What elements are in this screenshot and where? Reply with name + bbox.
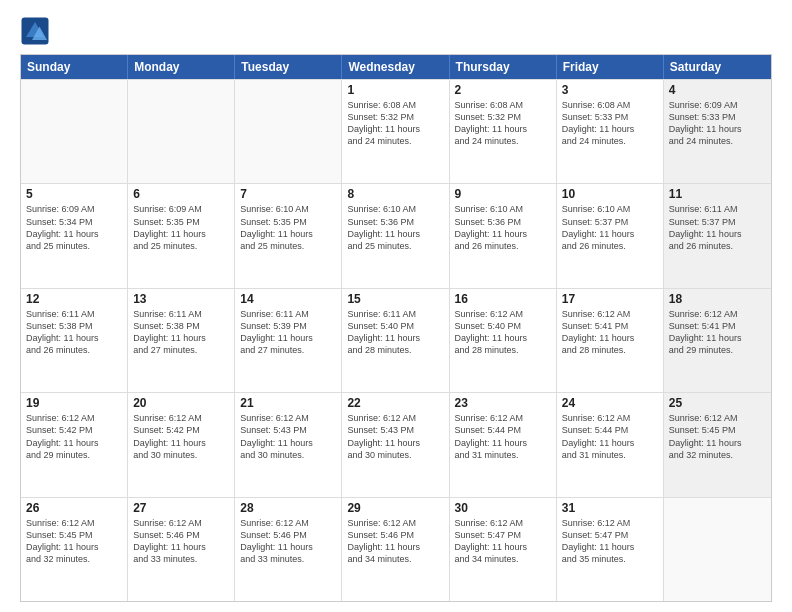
day-info: Sunrise: 6:08 AM Sunset: 5:32 PM Dayligh… [455, 99, 551, 148]
day-info: Sunrise: 6:12 AM Sunset: 5:40 PM Dayligh… [455, 308, 551, 357]
day-number: 16 [455, 292, 551, 306]
day-cell-30: 30Sunrise: 6:12 AM Sunset: 5:47 PM Dayli… [450, 498, 557, 601]
day-cell-21: 21Sunrise: 6:12 AM Sunset: 5:43 PM Dayli… [235, 393, 342, 496]
day-info: Sunrise: 6:12 AM Sunset: 5:45 PM Dayligh… [26, 517, 122, 566]
day-cell-31: 31Sunrise: 6:12 AM Sunset: 5:47 PM Dayli… [557, 498, 664, 601]
day-info: Sunrise: 6:12 AM Sunset: 5:42 PM Dayligh… [133, 412, 229, 461]
day-number: 14 [240, 292, 336, 306]
day-number: 2 [455, 83, 551, 97]
day-info: Sunrise: 6:12 AM Sunset: 5:46 PM Dayligh… [347, 517, 443, 566]
day-number: 23 [455, 396, 551, 410]
day-cell-4: 4Sunrise: 6:09 AM Sunset: 5:33 PM Daylig… [664, 80, 771, 183]
day-info: Sunrise: 6:12 AM Sunset: 5:44 PM Dayligh… [455, 412, 551, 461]
day-number: 21 [240, 396, 336, 410]
day-number: 24 [562, 396, 658, 410]
header-cell-thursday: Thursday [450, 55, 557, 79]
day-number: 4 [669, 83, 766, 97]
day-number: 13 [133, 292, 229, 306]
header-cell-saturday: Saturday [664, 55, 771, 79]
day-info: Sunrise: 6:11 AM Sunset: 5:39 PM Dayligh… [240, 308, 336, 357]
logo-icon [20, 16, 50, 46]
day-cell-27: 27Sunrise: 6:12 AM Sunset: 5:46 PM Dayli… [128, 498, 235, 601]
day-cell-6: 6Sunrise: 6:09 AM Sunset: 5:35 PM Daylig… [128, 184, 235, 287]
header-cell-monday: Monday [128, 55, 235, 79]
calendar-row-4: 26Sunrise: 6:12 AM Sunset: 5:45 PM Dayli… [21, 497, 771, 601]
day-info: Sunrise: 6:08 AM Sunset: 5:33 PM Dayligh… [562, 99, 658, 148]
day-cell-12: 12Sunrise: 6:11 AM Sunset: 5:38 PM Dayli… [21, 289, 128, 392]
day-info: Sunrise: 6:10 AM Sunset: 5:35 PM Dayligh… [240, 203, 336, 252]
empty-cell-0-2 [235, 80, 342, 183]
day-cell-24: 24Sunrise: 6:12 AM Sunset: 5:44 PM Dayli… [557, 393, 664, 496]
day-number: 1 [347, 83, 443, 97]
day-number: 20 [133, 396, 229, 410]
day-number: 30 [455, 501, 551, 515]
day-number: 10 [562, 187, 658, 201]
day-number: 29 [347, 501, 443, 515]
day-number: 12 [26, 292, 122, 306]
day-info: Sunrise: 6:10 AM Sunset: 5:36 PM Dayligh… [455, 203, 551, 252]
day-number: 9 [455, 187, 551, 201]
day-cell-28: 28Sunrise: 6:12 AM Sunset: 5:46 PM Dayli… [235, 498, 342, 601]
calendar: SundayMondayTuesdayWednesdayThursdayFrid… [20, 54, 772, 602]
day-cell-15: 15Sunrise: 6:11 AM Sunset: 5:40 PM Dayli… [342, 289, 449, 392]
calendar-row-3: 19Sunrise: 6:12 AM Sunset: 5:42 PM Dayli… [21, 392, 771, 496]
header-cell-friday: Friday [557, 55, 664, 79]
day-cell-20: 20Sunrise: 6:12 AM Sunset: 5:42 PM Dayli… [128, 393, 235, 496]
day-number: 31 [562, 501, 658, 515]
day-number: 7 [240, 187, 336, 201]
day-number: 25 [669, 396, 766, 410]
header-cell-sunday: Sunday [21, 55, 128, 79]
day-cell-25: 25Sunrise: 6:12 AM Sunset: 5:45 PM Dayli… [664, 393, 771, 496]
day-cell-19: 19Sunrise: 6:12 AM Sunset: 5:42 PM Dayli… [21, 393, 128, 496]
day-number: 27 [133, 501, 229, 515]
day-cell-13: 13Sunrise: 6:11 AM Sunset: 5:38 PM Dayli… [128, 289, 235, 392]
logo [20, 16, 54, 46]
day-cell-7: 7Sunrise: 6:10 AM Sunset: 5:35 PM Daylig… [235, 184, 342, 287]
day-cell-10: 10Sunrise: 6:10 AM Sunset: 5:37 PM Dayli… [557, 184, 664, 287]
day-info: Sunrise: 6:12 AM Sunset: 5:42 PM Dayligh… [26, 412, 122, 461]
day-number: 18 [669, 292, 766, 306]
day-number: 26 [26, 501, 122, 515]
day-number: 11 [669, 187, 766, 201]
day-number: 22 [347, 396, 443, 410]
empty-cell-0-1 [128, 80, 235, 183]
day-number: 15 [347, 292, 443, 306]
day-info: Sunrise: 6:12 AM Sunset: 5:41 PM Dayligh… [562, 308, 658, 357]
calendar-header: SundayMondayTuesdayWednesdayThursdayFrid… [21, 55, 771, 79]
day-info: Sunrise: 6:12 AM Sunset: 5:47 PM Dayligh… [562, 517, 658, 566]
day-info: Sunrise: 6:12 AM Sunset: 5:47 PM Dayligh… [455, 517, 551, 566]
day-info: Sunrise: 6:11 AM Sunset: 5:38 PM Dayligh… [133, 308, 229, 357]
day-info: Sunrise: 6:12 AM Sunset: 5:46 PM Dayligh… [240, 517, 336, 566]
calendar-row-1: 5Sunrise: 6:09 AM Sunset: 5:34 PM Daylig… [21, 183, 771, 287]
day-number: 8 [347, 187, 443, 201]
day-cell-18: 18Sunrise: 6:12 AM Sunset: 5:41 PM Dayli… [664, 289, 771, 392]
day-info: Sunrise: 6:11 AM Sunset: 5:38 PM Dayligh… [26, 308, 122, 357]
day-cell-14: 14Sunrise: 6:11 AM Sunset: 5:39 PM Dayli… [235, 289, 342, 392]
day-info: Sunrise: 6:10 AM Sunset: 5:36 PM Dayligh… [347, 203, 443, 252]
day-info: Sunrise: 6:11 AM Sunset: 5:40 PM Dayligh… [347, 308, 443, 357]
day-cell-29: 29Sunrise: 6:12 AM Sunset: 5:46 PM Dayli… [342, 498, 449, 601]
day-cell-16: 16Sunrise: 6:12 AM Sunset: 5:40 PM Dayli… [450, 289, 557, 392]
empty-cell-0-0 [21, 80, 128, 183]
day-info: Sunrise: 6:12 AM Sunset: 5:45 PM Dayligh… [669, 412, 766, 461]
day-info: Sunrise: 6:10 AM Sunset: 5:37 PM Dayligh… [562, 203, 658, 252]
day-info: Sunrise: 6:09 AM Sunset: 5:34 PM Dayligh… [26, 203, 122, 252]
day-cell-5: 5Sunrise: 6:09 AM Sunset: 5:34 PM Daylig… [21, 184, 128, 287]
day-cell-22: 22Sunrise: 6:12 AM Sunset: 5:43 PM Dayli… [342, 393, 449, 496]
day-cell-23: 23Sunrise: 6:12 AM Sunset: 5:44 PM Dayli… [450, 393, 557, 496]
calendar-row-0: 1Sunrise: 6:08 AM Sunset: 5:32 PM Daylig… [21, 79, 771, 183]
day-info: Sunrise: 6:11 AM Sunset: 5:37 PM Dayligh… [669, 203, 766, 252]
day-info: Sunrise: 6:12 AM Sunset: 5:44 PM Dayligh… [562, 412, 658, 461]
day-info: Sunrise: 6:09 AM Sunset: 5:33 PM Dayligh… [669, 99, 766, 148]
day-number: 19 [26, 396, 122, 410]
day-info: Sunrise: 6:12 AM Sunset: 5:41 PM Dayligh… [669, 308, 766, 357]
header-cell-tuesday: Tuesday [235, 55, 342, 79]
day-cell-2: 2Sunrise: 6:08 AM Sunset: 5:32 PM Daylig… [450, 80, 557, 183]
day-cell-9: 9Sunrise: 6:10 AM Sunset: 5:36 PM Daylig… [450, 184, 557, 287]
calendar-body: 1Sunrise: 6:08 AM Sunset: 5:32 PM Daylig… [21, 79, 771, 601]
day-info: Sunrise: 6:08 AM Sunset: 5:32 PM Dayligh… [347, 99, 443, 148]
day-info: Sunrise: 6:12 AM Sunset: 5:43 PM Dayligh… [347, 412, 443, 461]
day-number: 5 [26, 187, 122, 201]
header [20, 16, 772, 46]
day-number: 28 [240, 501, 336, 515]
